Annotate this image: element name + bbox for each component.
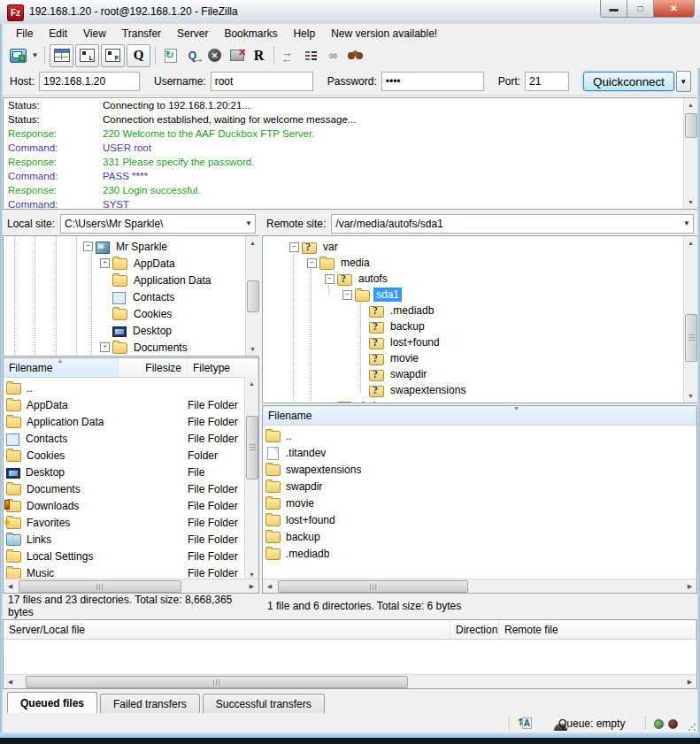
- column-header-direction[interactable]: Direction: [450, 620, 499, 639]
- tab-queued-files[interactable]: Queued files: [7, 692, 97, 713]
- quickconnect-dropdown-button[interactable]: ▼: [676, 71, 691, 92]
- file-row-[interactable]: ..: [263, 427, 682, 444]
- menu-item-bookmarks[interactable]: Bookmarks: [216, 26, 285, 42]
- disconnect-button[interactable]: [226, 45, 248, 66]
- file-row-local-settings[interactable]: Local SettingsFile Folder: [4, 548, 244, 564]
- file-row-backup[interactable]: backup: [263, 528, 682, 545]
- tree-item-dvd[interactable]: dvd: [325, 398, 378, 403]
- tree-item-sda1[interactable]: −sda1: [342, 287, 402, 303]
- file-row-[interactable]: ..: [4, 380, 244, 396]
- refresh-button[interactable]: [159, 45, 181, 66]
- file-row-downloads[interactable]: DownloadsFile Folder: [4, 497, 244, 514]
- site-manager-button[interactable]: [7, 45, 29, 66]
- file-row-swapextensions[interactable]: swapextensions: [263, 461, 682, 478]
- message-log-scrollbar[interactable]: ▲ ▼: [683, 98, 697, 209]
- local-list-hscrollbar[interactable]: ◀ ▶: [4, 579, 258, 593]
- expand-icon[interactable]: +: [100, 342, 110, 352]
- site-manager-dropdown-button[interactable]: ▼: [29, 45, 41, 66]
- file-row-titandev[interactable]: .titandev: [263, 444, 682, 461]
- tree-item-desktop[interactable]: Desktop: [100, 322, 174, 339]
- minimize-button[interactable]: ▬: [600, 0, 627, 18]
- toggle-message-log-button[interactable]: [50, 44, 73, 67]
- directory-comparison-button[interactable]: [278, 45, 300, 66]
- menu-item-server[interactable]: Server: [169, 26, 216, 42]
- file-row-application-data[interactable]: Application DataFile Folder: [4, 413, 244, 430]
- file-row-contacts[interactable]: ContactsFile Folder: [4, 430, 244, 447]
- tree-item-mr-sparkle[interactable]: −Mr Sparkle: [83, 238, 170, 255]
- collapse-icon[interactable]: −: [83, 242, 93, 251]
- local-list-scrollbar[interactable]: ▲ ▼: [244, 377, 258, 581]
- chevron-down-icon[interactable]: ▼: [242, 219, 255, 227]
- chevron-down-icon[interactable]: ▼: [681, 219, 693, 227]
- tree-item-cookies[interactable]: Cookies: [100, 305, 174, 322]
- process-queue-button[interactable]: Q: [181, 45, 204, 66]
- reconnect-button[interactable]: R: [248, 45, 270, 66]
- collapse-icon[interactable]: −: [289, 242, 299, 252]
- file-row-appdata[interactable]: AppDataFile Folder: [4, 396, 244, 413]
- column-header-filetype[interactable]: Filetype: [188, 358, 258, 377]
- menu-item-file[interactable]: File: [8, 26, 41, 42]
- tree-item-appdata[interactable]: +AppData: [100, 255, 178, 272]
- file-row-favorites[interactable]: FavoritesFile Folder: [4, 514, 244, 531]
- file-row-music[interactable]: MusicFile Folder: [4, 564, 244, 579]
- close-button[interactable]: ✕: [653, 0, 695, 18]
- file-row-cookies[interactable]: CookiesFolder: [4, 447, 244, 464]
- file-row-links[interactable]: LinksFile Folder: [4, 531, 244, 548]
- toggle-queue-button[interactable]: Q: [127, 44, 150, 67]
- tree-item-backup[interactable]: backup: [357, 318, 427, 334]
- file-row-documents[interactable]: DocumentsFile Folder: [4, 480, 244, 497]
- password-input[interactable]: [381, 72, 484, 91]
- collapse-icon[interactable]: −: [307, 258, 317, 268]
- tree-item-mediadb[interactable]: .mediadb: [357, 303, 436, 318]
- directory-listing-filters-button[interactable]: [300, 45, 322, 66]
- cancel-button[interactable]: ✕: [204, 45, 226, 66]
- tree-item-application-data[interactable]: Application Data: [100, 272, 213, 288]
- transfer-type-icon[interactable]: [518, 717, 532, 728]
- remote-site-combo[interactable]: /var/media/autofs/sda1 ▼: [331, 214, 694, 234]
- menu-item-new-version-available[interactable]: New version available!: [323, 26, 445, 42]
- titlebar[interactable]: Fz 192.168.1.20 - root@192.168.1.20 - Fi…: [0, 0, 700, 25]
- maximize-button[interactable]: □: [627, 0, 654, 18]
- menu-item-help[interactable]: Help: [285, 26, 323, 42]
- tree-item-documents[interactable]: +Documents: [100, 339, 190, 356]
- file-row-mediadb[interactable]: .mediadb: [263, 545, 682, 562]
- tree-item-lost-found[interactable]: lost+found: [357, 334, 442, 350]
- menu-item-edit[interactable]: Edit: [41, 26, 75, 42]
- tree-item-media[interactable]: −media: [307, 255, 373, 271]
- local-tree-scrollbar[interactable]: ▲ ▼: [245, 236, 259, 356]
- file-row-lost-found[interactable]: lost+found: [263, 511, 682, 528]
- find-files-button[interactable]: [344, 45, 366, 66]
- column-header-filename[interactable]: Filename ▼: [263, 406, 696, 425]
- tree-item-contacts[interactable]: Contacts: [100, 288, 177, 305]
- remote-list-hscrollbar[interactable]: ◀ ▶: [263, 579, 696, 593]
- toggle-local-tree-button[interactable]: [75, 44, 99, 67]
- username-input[interactable]: [211, 72, 313, 91]
- menu-item-transfer[interactable]: Transfer: [114, 26, 169, 42]
- file-row-movie[interactable]: movie: [263, 495, 682, 511]
- quickconnect-button[interactable]: Quickconnect: [583, 72, 674, 91]
- tree-item-var[interactable]: −var: [289, 239, 341, 255]
- column-header-server-local-file[interactable]: Server/Local file: [4, 620, 450, 639]
- tree-item-swapextensions[interactable]: swapextensions: [357, 382, 468, 398]
- local-site-combo[interactable]: C:\Users\Mr Sparkle\ ▼: [60, 214, 256, 234]
- column-header-remote-file[interactable]: Remote file: [499, 620, 696, 639]
- file-row-desktop[interactable]: DesktopFile: [4, 464, 244, 480]
- tab-successful-transfers[interactable]: Successful transfers: [203, 694, 325, 713]
- expand-icon[interactable]: +: [100, 258, 110, 268]
- toggle-remote-tree-button[interactable]: [101, 44, 125, 67]
- tab-failed-transfers[interactable]: Failed transfers: [100, 694, 200, 713]
- column-header-filesize[interactable]: Filesize: [119, 358, 188, 377]
- collapse-icon[interactable]: −: [325, 274, 335, 284]
- host-input[interactable]: [39, 72, 140, 91]
- queue-hscrollbar[interactable]: ◀ ▶: [4, 674, 696, 688]
- port-input[interactable]: [525, 72, 569, 91]
- tree-item-autofs[interactable]: −autofs: [325, 271, 390, 287]
- remote-tree-scrollbar[interactable]: ▲ ▼: [683, 236, 697, 403]
- tree-item-movie[interactable]: movie: [357, 350, 421, 366]
- collapse-icon[interactable]: −: [342, 290, 352, 300]
- menu-item-view[interactable]: View: [75, 26, 114, 42]
- synchronized-browsing-button[interactable]: ∞: [322, 45, 344, 66]
- tree-item-downloads[interactable]: +Downloads: [100, 356, 188, 357]
- column-header-filename[interactable]: Filename ▲: [4, 358, 119, 377]
- tree-item-swapdir[interactable]: swapdir: [357, 366, 429, 382]
